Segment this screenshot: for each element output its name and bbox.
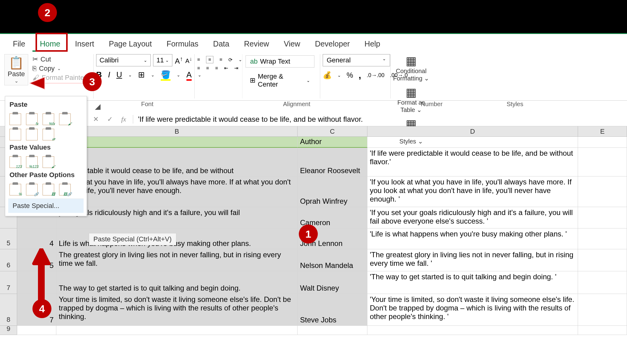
tab-help[interactable]: Help xyxy=(357,37,388,52)
font-size-select[interactable]: 11⌄ xyxy=(153,54,172,66)
font-name-select[interactable]: Calibri⌄ xyxy=(96,54,151,66)
paste-special-menu-item[interactable]: Paste Special... xyxy=(8,199,84,213)
merge-center-button[interactable]: ⊞Merge & Center⌄ xyxy=(246,71,314,90)
cell[interactable]: Author xyxy=(298,137,367,148)
paste-option-formulas-number[interactable]: %fx xyxy=(43,113,54,125)
cell[interactable]: Steve Jobs xyxy=(298,294,367,326)
cell[interactable] xyxy=(298,326,367,335)
col-header-E[interactable]: E xyxy=(578,126,627,137)
formula-text[interactable]: 'If life were predictable it would cease… xyxy=(133,115,363,124)
chevron-down-icon[interactable]: ⌄ xyxy=(128,72,132,77)
cell[interactable] xyxy=(578,294,627,326)
paste-option-link[interactable]: 🔗 xyxy=(26,184,38,195)
row-header[interactable]: 6 xyxy=(0,249,17,271)
paste-option-all[interactable] xyxy=(9,113,21,125)
wrap-text-button[interactable]: abWrap Text xyxy=(246,55,314,68)
paste-option-values-source[interactable]: 🖌 xyxy=(43,156,54,168)
cell[interactable] xyxy=(578,326,627,335)
cell[interactable] xyxy=(56,326,298,335)
align-right-icon[interactable]: ≡ xyxy=(215,65,218,71)
paste-option-linked-picture[interactable]: 🖼🔗 xyxy=(59,184,71,195)
fx-icon[interactable]: fx xyxy=(117,115,130,123)
col-header-C[interactable]: C xyxy=(298,126,367,137)
cell[interactable]: 'The way to get started is to quit talki… xyxy=(367,271,578,294)
cell[interactable]: The greatest glory in living lies not in… xyxy=(56,249,298,271)
font-color-button[interactable]: A xyxy=(186,70,192,80)
cell[interactable] xyxy=(578,249,627,271)
cell[interactable]: 'If you look at what you have in life, y… xyxy=(367,176,578,207)
row-header[interactable]: 5 xyxy=(0,228,17,249)
cell[interactable]: Walt Disney xyxy=(298,271,367,294)
chevron-down-icon[interactable]: ⌄ xyxy=(151,72,155,77)
cell[interactable] xyxy=(578,207,627,228)
cell[interactable] xyxy=(578,137,627,148)
row-header[interactable]: 8 xyxy=(0,294,17,326)
cell[interactable] xyxy=(578,228,627,249)
cell[interactable]: The way to get started is to quit talkin… xyxy=(56,271,298,294)
number-format-select[interactable]: General⌄ xyxy=(323,54,390,66)
paste-option-transpose[interactable]: ⇄ xyxy=(43,129,54,140)
paste-option-values[interactable]: 123 xyxy=(9,156,21,168)
cell[interactable] xyxy=(578,148,627,176)
cell[interactable] xyxy=(367,326,578,335)
paste-option-keep-widths[interactable] xyxy=(26,129,38,140)
tab-file[interactable]: File xyxy=(6,37,32,52)
indent-increase-icon[interactable]: ⇥ xyxy=(234,65,238,71)
tab-view[interactable]: View xyxy=(276,37,308,52)
cell[interactable]: Nelson Mandela xyxy=(298,249,367,271)
paste-button[interactable]: 📋 Paste ⌄ xyxy=(4,54,28,85)
tab-review[interactable]: Review xyxy=(237,37,276,52)
paste-option-formatting[interactable]: % xyxy=(9,184,21,195)
col-header-B[interactable]: B xyxy=(56,126,298,137)
cell[interactable]: re predictable it would cease to be life… xyxy=(56,148,298,176)
cell[interactable]: Eleanor Roosevelt xyxy=(298,148,367,176)
cell[interactable]: your goals ridiculously high and it's a … xyxy=(56,207,298,228)
enter-formula-icon[interactable]: ✓ xyxy=(103,115,117,123)
row-header[interactable]: 9 xyxy=(0,326,17,335)
paste-option-picture[interactable]: 🖼 xyxy=(43,184,54,195)
copy-button[interactable]: ⎘Copy⌄ xyxy=(32,65,86,72)
tab-developer[interactable]: Developer xyxy=(308,37,357,52)
cell[interactable]: Oprah Winfrey xyxy=(298,176,367,207)
chevron-down-icon[interactable]: ⌄ xyxy=(337,73,341,78)
cell[interactable] xyxy=(578,271,627,294)
tab-data[interactable]: Data xyxy=(206,37,237,52)
tab-formulas[interactable]: Formulas xyxy=(159,37,206,52)
increase-font-icon[interactable]: A↑ xyxy=(175,55,183,65)
cell[interactable]: 'Life is what happens when you're busy m… xyxy=(367,228,578,249)
cut-button[interactable]: ✂Cut xyxy=(32,55,86,63)
underline-button[interactable]: U xyxy=(116,70,122,80)
percent-icon[interactable]: % xyxy=(347,71,353,80)
cancel-formula-icon[interactable]: ✕ xyxy=(89,115,103,123)
cell[interactable]: 'The greatest glory in living lies not i… xyxy=(367,249,578,271)
row-header[interactable]: 7 xyxy=(0,271,17,294)
align-middle-icon[interactable]: ≡ xyxy=(206,56,213,63)
cell[interactable] xyxy=(578,176,627,207)
cell[interactable]: 'Your time is limited, so don't waste it… xyxy=(367,294,578,326)
cell[interactable]: 'If you set your goals ridiculously high… xyxy=(367,207,578,228)
cell[interactable]: 4 xyxy=(17,228,56,249)
comma-icon[interactable]: , xyxy=(359,70,361,80)
decrease-font-icon[interactable]: A↓ xyxy=(185,56,192,65)
chevron-down-icon[interactable]: ⌄ xyxy=(238,57,242,62)
increase-decimal-icon[interactable]: .0→.00 xyxy=(367,72,385,79)
indent-decrease-icon[interactable]: ⇤ xyxy=(224,65,228,71)
tab-page-layout[interactable]: Page Layout xyxy=(102,37,159,52)
cell[interactable] xyxy=(367,137,578,148)
align-bottom-icon[interactable]: ≡ xyxy=(220,57,222,62)
fill-color-button[interactable]: 🪣 xyxy=(161,70,171,80)
cell[interactable] xyxy=(17,326,56,335)
italic-button[interactable]: I xyxy=(108,70,110,80)
paste-option-formulas[interactable]: fx xyxy=(26,113,38,125)
cell[interactable]: Your time is limited, so don't waste it … xyxy=(56,294,298,326)
paste-option-keep-source[interactable]: 🖌 xyxy=(59,113,71,125)
tab-insert[interactable]: Insert xyxy=(68,37,102,52)
cell[interactable] xyxy=(56,137,298,148)
orientation-icon[interactable]: ⟳ xyxy=(228,57,232,63)
accounting-icon[interactable]: 💰 xyxy=(323,71,332,80)
align-center-icon[interactable]: ≡ xyxy=(206,65,209,71)
borders-button[interactable]: ⊞ xyxy=(138,70,145,80)
align-top-icon[interactable]: ≡ xyxy=(197,57,200,62)
conditional-formatting-button[interactable]: ▦ Conditional Formatting ⌄ xyxy=(393,54,429,82)
paste-option-no-borders[interactable] xyxy=(9,129,21,140)
